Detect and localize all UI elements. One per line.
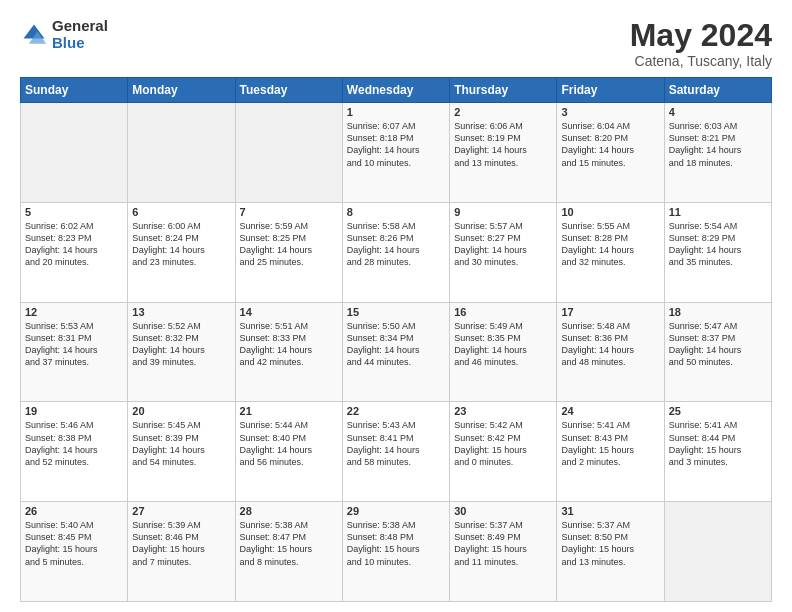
day-info: Sunrise: 5:51 AM Sunset: 8:33 PM Dayligh…: [240, 320, 338, 369]
table-row: 11Sunrise: 5:54 AM Sunset: 8:29 PM Dayli…: [664, 202, 771, 302]
header: General Blue May 2024 Catena, Tuscany, I…: [20, 18, 772, 69]
table-row: 19Sunrise: 5:46 AM Sunset: 8:38 PM Dayli…: [21, 402, 128, 502]
table-row: 3Sunrise: 6:04 AM Sunset: 8:20 PM Daylig…: [557, 103, 664, 203]
day-info: Sunrise: 5:59 AM Sunset: 8:25 PM Dayligh…: [240, 220, 338, 269]
title-block: May 2024 Catena, Tuscany, Italy: [630, 18, 772, 69]
day-number: 11: [669, 206, 767, 218]
table-row: 4Sunrise: 6:03 AM Sunset: 8:21 PM Daylig…: [664, 103, 771, 203]
page: General Blue May 2024 Catena, Tuscany, I…: [0, 0, 792, 612]
day-info: Sunrise: 5:52 AM Sunset: 8:32 PM Dayligh…: [132, 320, 230, 369]
day-info: Sunrise: 5:54 AM Sunset: 8:29 PM Dayligh…: [669, 220, 767, 269]
table-row: 12Sunrise: 5:53 AM Sunset: 8:31 PM Dayli…: [21, 302, 128, 402]
day-info: Sunrise: 5:44 AM Sunset: 8:40 PM Dayligh…: [240, 419, 338, 468]
table-row: 30Sunrise: 5:37 AM Sunset: 8:49 PM Dayli…: [450, 502, 557, 602]
table-row: 29Sunrise: 5:38 AM Sunset: 8:48 PM Dayli…: [342, 502, 449, 602]
week-row-1: 1Sunrise: 6:07 AM Sunset: 8:18 PM Daylig…: [21, 103, 772, 203]
logo-blue-text: Blue: [52, 35, 108, 52]
day-number: 9: [454, 206, 552, 218]
table-row: 16Sunrise: 5:49 AM Sunset: 8:35 PM Dayli…: [450, 302, 557, 402]
day-number: 30: [454, 505, 552, 517]
day-number: 18: [669, 306, 767, 318]
day-number: 10: [561, 206, 659, 218]
header-thursday: Thursday: [450, 78, 557, 103]
day-info: Sunrise: 6:07 AM Sunset: 8:18 PM Dayligh…: [347, 120, 445, 169]
day-info: Sunrise: 5:38 AM Sunset: 8:47 PM Dayligh…: [240, 519, 338, 568]
day-number: 15: [347, 306, 445, 318]
day-number: 4: [669, 106, 767, 118]
table-row: 8Sunrise: 5:58 AM Sunset: 8:26 PM Daylig…: [342, 202, 449, 302]
header-sunday: Sunday: [21, 78, 128, 103]
header-tuesday: Tuesday: [235, 78, 342, 103]
table-row: 9Sunrise: 5:57 AM Sunset: 8:27 PM Daylig…: [450, 202, 557, 302]
day-info: Sunrise: 5:47 AM Sunset: 8:37 PM Dayligh…: [669, 320, 767, 369]
table-row: 18Sunrise: 5:47 AM Sunset: 8:37 PM Dayli…: [664, 302, 771, 402]
day-info: Sunrise: 6:02 AM Sunset: 8:23 PM Dayligh…: [25, 220, 123, 269]
logo-general-text: General: [52, 18, 108, 35]
table-row: 24Sunrise: 5:41 AM Sunset: 8:43 PM Dayli…: [557, 402, 664, 502]
day-number: 8: [347, 206, 445, 218]
table-row: [235, 103, 342, 203]
table-row: 21Sunrise: 5:44 AM Sunset: 8:40 PM Dayli…: [235, 402, 342, 502]
weekday-header-row: Sunday Monday Tuesday Wednesday Thursday…: [21, 78, 772, 103]
calendar-subtitle: Catena, Tuscany, Italy: [630, 53, 772, 69]
day-info: Sunrise: 5:57 AM Sunset: 8:27 PM Dayligh…: [454, 220, 552, 269]
day-number: 21: [240, 405, 338, 417]
day-number: 25: [669, 405, 767, 417]
day-number: 1: [347, 106, 445, 118]
day-number: 20: [132, 405, 230, 417]
day-info: Sunrise: 5:46 AM Sunset: 8:38 PM Dayligh…: [25, 419, 123, 468]
day-number: 27: [132, 505, 230, 517]
header-saturday: Saturday: [664, 78, 771, 103]
table-row: 26Sunrise: 5:40 AM Sunset: 8:45 PM Dayli…: [21, 502, 128, 602]
day-number: 28: [240, 505, 338, 517]
day-info: Sunrise: 5:50 AM Sunset: 8:34 PM Dayligh…: [347, 320, 445, 369]
table-row: 6Sunrise: 6:00 AM Sunset: 8:24 PM Daylig…: [128, 202, 235, 302]
day-number: 29: [347, 505, 445, 517]
day-info: Sunrise: 5:40 AM Sunset: 8:45 PM Dayligh…: [25, 519, 123, 568]
day-number: 13: [132, 306, 230, 318]
day-info: Sunrise: 5:58 AM Sunset: 8:26 PM Dayligh…: [347, 220, 445, 269]
day-number: 19: [25, 405, 123, 417]
week-row-4: 19Sunrise: 5:46 AM Sunset: 8:38 PM Dayli…: [21, 402, 772, 502]
table-row: 5Sunrise: 6:02 AM Sunset: 8:23 PM Daylig…: [21, 202, 128, 302]
day-number: 22: [347, 405, 445, 417]
day-info: Sunrise: 5:38 AM Sunset: 8:48 PM Dayligh…: [347, 519, 445, 568]
day-info: Sunrise: 5:37 AM Sunset: 8:50 PM Dayligh…: [561, 519, 659, 568]
table-row: 7Sunrise: 5:59 AM Sunset: 8:25 PM Daylig…: [235, 202, 342, 302]
table-row: 23Sunrise: 5:42 AM Sunset: 8:42 PM Dayli…: [450, 402, 557, 502]
table-row: 17Sunrise: 5:48 AM Sunset: 8:36 PM Dayli…: [557, 302, 664, 402]
table-row: 14Sunrise: 5:51 AM Sunset: 8:33 PM Dayli…: [235, 302, 342, 402]
day-number: 16: [454, 306, 552, 318]
header-friday: Friday: [557, 78, 664, 103]
table-row: 27Sunrise: 5:39 AM Sunset: 8:46 PM Dayli…: [128, 502, 235, 602]
table-row: [128, 103, 235, 203]
day-number: 12: [25, 306, 123, 318]
day-info: Sunrise: 5:49 AM Sunset: 8:35 PM Dayligh…: [454, 320, 552, 369]
table-row: 28Sunrise: 5:38 AM Sunset: 8:47 PM Dayli…: [235, 502, 342, 602]
header-wednesday: Wednesday: [342, 78, 449, 103]
day-number: 7: [240, 206, 338, 218]
table-row: 25Sunrise: 5:41 AM Sunset: 8:44 PM Dayli…: [664, 402, 771, 502]
day-number: 23: [454, 405, 552, 417]
logo: General Blue: [20, 18, 108, 51]
day-info: Sunrise: 5:45 AM Sunset: 8:39 PM Dayligh…: [132, 419, 230, 468]
table-row: 2Sunrise: 6:06 AM Sunset: 8:19 PM Daylig…: [450, 103, 557, 203]
table-row: 1Sunrise: 6:07 AM Sunset: 8:18 PM Daylig…: [342, 103, 449, 203]
day-number: 14: [240, 306, 338, 318]
table-row: 13Sunrise: 5:52 AM Sunset: 8:32 PM Dayli…: [128, 302, 235, 402]
day-info: Sunrise: 5:42 AM Sunset: 8:42 PM Dayligh…: [454, 419, 552, 468]
day-info: Sunrise: 6:00 AM Sunset: 8:24 PM Dayligh…: [132, 220, 230, 269]
day-number: 2: [454, 106, 552, 118]
day-number: 26: [25, 505, 123, 517]
table-row: 10Sunrise: 5:55 AM Sunset: 8:28 PM Dayli…: [557, 202, 664, 302]
day-info: Sunrise: 5:41 AM Sunset: 8:43 PM Dayligh…: [561, 419, 659, 468]
day-info: Sunrise: 5:39 AM Sunset: 8:46 PM Dayligh…: [132, 519, 230, 568]
day-number: 5: [25, 206, 123, 218]
table-row: 15Sunrise: 5:50 AM Sunset: 8:34 PM Dayli…: [342, 302, 449, 402]
calendar-table: Sunday Monday Tuesday Wednesday Thursday…: [20, 77, 772, 602]
day-info: Sunrise: 6:06 AM Sunset: 8:19 PM Dayligh…: [454, 120, 552, 169]
table-row: [21, 103, 128, 203]
day-info: Sunrise: 6:03 AM Sunset: 8:21 PM Dayligh…: [669, 120, 767, 169]
calendar-title: May 2024: [630, 18, 772, 53]
day-number: 6: [132, 206, 230, 218]
